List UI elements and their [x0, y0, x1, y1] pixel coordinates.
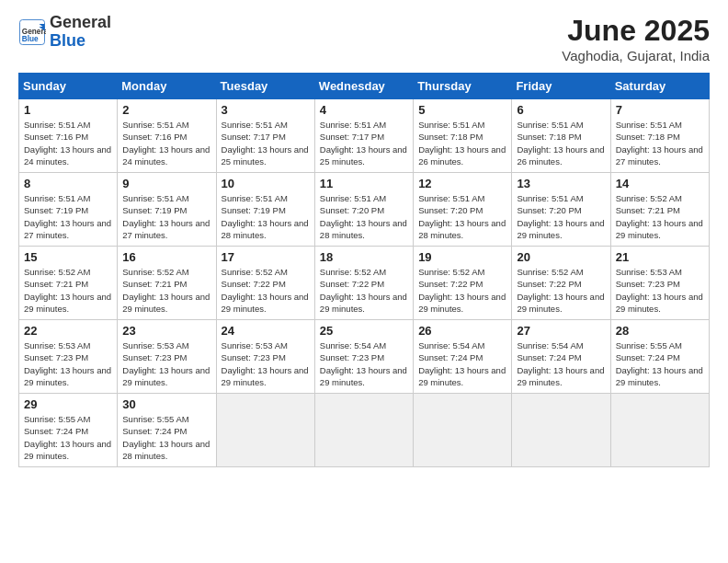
calendar-cell	[314, 394, 413, 467]
day-info: Sunrise: 5:51 AM Sunset: 7:17 PM Dayligh…	[222, 119, 310, 167]
header-thursday: Thursday	[414, 74, 512, 99]
day-number: 27	[517, 324, 605, 338]
day-info: Sunrise: 5:52 AM Sunset: 7:21 PM Dayligh…	[616, 192, 704, 241]
day-info: Sunrise: 5:55 AM Sunset: 7:24 PM Dayligh…	[122, 413, 210, 462]
day-info: Sunrise: 5:52 AM Sunset: 7:21 PM Dayligh…	[24, 266, 112, 315]
day-number: 1	[24, 103, 112, 117]
calendar-cell: 30 Sunrise: 5:55 AM Sunset: 7:24 PM Dayl…	[118, 394, 216, 467]
calendar-cell: 1 Sunrise: 5:51 AM Sunset: 7:16 PM Dayli…	[19, 99, 118, 173]
calendar-cell: 7 Sunrise: 5:51 AM Sunset: 7:18 PM Dayli…	[610, 99, 709, 173]
day-number: 24	[222, 324, 310, 338]
header-wednesday: Wednesday	[314, 74, 413, 99]
calendar-cell: 2 Sunrise: 5:51 AM Sunset: 7:16 PM Dayli…	[118, 99, 216, 173]
calendar-header-row: Sunday Monday Tuesday Wednesday Thursday…	[19, 74, 710, 99]
day-info: Sunrise: 5:51 AM Sunset: 7:19 PM Dayligh…	[222, 192, 310, 241]
day-info: Sunrise: 5:52 AM Sunset: 7:22 PM Dayligh…	[320, 266, 408, 315]
day-number: 6	[517, 103, 605, 117]
title-block: June 2025 Vaghodia, Gujarat, India	[562, 14, 710, 63]
calendar-cell: 16 Sunrise: 5:52 AM Sunset: 7:21 PM Dayl…	[118, 247, 216, 320]
page-container: General Blue General Blue June 2025 Vagh…	[0, 0, 728, 477]
day-number: 21	[616, 250, 704, 264]
calendar-row: 15 Sunrise: 5:52 AM Sunset: 7:21 PM Dayl…	[19, 247, 710, 320]
day-info: Sunrise: 5:51 AM Sunset: 7:18 PM Dayligh…	[616, 119, 704, 167]
calendar-cell: 10 Sunrise: 5:51 AM Sunset: 7:19 PM Dayl…	[216, 173, 314, 247]
day-info: Sunrise: 5:51 AM Sunset: 7:18 PM Dayligh…	[418, 119, 506, 167]
logo-icon: General Blue	[18, 18, 46, 46]
calendar-cell: 24 Sunrise: 5:53 AM Sunset: 7:23 PM Dayl…	[216, 320, 314, 394]
day-info: Sunrise: 5:54 AM Sunset: 7:24 PM Dayligh…	[517, 339, 605, 388]
calendar-cell: 25 Sunrise: 5:54 AM Sunset: 7:23 PM Dayl…	[314, 320, 413, 394]
calendar-cell: 15 Sunrise: 5:52 AM Sunset: 7:21 PM Dayl…	[19, 247, 118, 320]
day-info: Sunrise: 5:54 AM Sunset: 7:23 PM Dayligh…	[320, 339, 408, 388]
header-friday: Friday	[512, 74, 610, 99]
day-info: Sunrise: 5:51 AM Sunset: 7:20 PM Dayligh…	[418, 192, 506, 241]
header: General Blue General Blue June 2025 Vagh…	[18, 14, 710, 63]
day-info: Sunrise: 5:55 AM Sunset: 7:24 PM Dayligh…	[616, 339, 704, 388]
day-number: 10	[222, 177, 310, 190]
calendar-cell: 21 Sunrise: 5:53 AM Sunset: 7:23 PM Dayl…	[610, 247, 709, 320]
calendar-cell: 14 Sunrise: 5:52 AM Sunset: 7:21 PM Dayl…	[610, 173, 709, 247]
logo-blue-text: Blue	[50, 32, 111, 51]
day-number: 15	[24, 250, 112, 264]
day-info: Sunrise: 5:51 AM Sunset: 7:18 PM Dayligh…	[517, 119, 605, 167]
calendar-cell: 23 Sunrise: 5:53 AM Sunset: 7:23 PM Dayl…	[118, 320, 216, 394]
calendar-cell: 6 Sunrise: 5:51 AM Sunset: 7:18 PM Dayli…	[512, 99, 610, 173]
header-tuesday: Tuesday	[216, 74, 314, 99]
day-number: 16	[122, 250, 210, 264]
day-info: Sunrise: 5:53 AM Sunset: 7:23 PM Dayligh…	[222, 339, 310, 388]
calendar-cell	[216, 394, 314, 467]
day-info: Sunrise: 5:51 AM Sunset: 7:20 PM Dayligh…	[517, 192, 605, 241]
day-number: 23	[122, 324, 210, 338]
day-number: 25	[320, 324, 408, 338]
day-info: Sunrise: 5:51 AM Sunset: 7:19 PM Dayligh…	[122, 192, 210, 241]
day-number: 3	[222, 103, 310, 117]
header-sunday: Sunday	[19, 74, 118, 99]
calendar-row: 1 Sunrise: 5:51 AM Sunset: 7:16 PM Dayli…	[19, 99, 710, 173]
day-number: 13	[517, 177, 605, 190]
calendar-cell: 19 Sunrise: 5:52 AM Sunset: 7:22 PM Dayl…	[414, 247, 512, 320]
day-info: Sunrise: 5:55 AM Sunset: 7:24 PM Dayligh…	[24, 413, 112, 462]
calendar-cell: 13 Sunrise: 5:51 AM Sunset: 7:20 PM Dayl…	[512, 173, 610, 247]
day-number: 18	[320, 250, 408, 264]
calendar-cell: 12 Sunrise: 5:51 AM Sunset: 7:20 PM Dayl…	[414, 173, 512, 247]
calendar-row: 22 Sunrise: 5:53 AM Sunset: 7:23 PM Dayl…	[19, 320, 710, 394]
calendar-row: 29 Sunrise: 5:55 AM Sunset: 7:24 PM Dayl…	[19, 394, 710, 467]
header-saturday: Saturday	[610, 74, 709, 99]
day-info: Sunrise: 5:53 AM Sunset: 7:23 PM Dayligh…	[122, 339, 210, 388]
calendar-cell: 26 Sunrise: 5:54 AM Sunset: 7:24 PM Dayl…	[414, 320, 512, 394]
day-number: 4	[320, 103, 408, 117]
day-info: Sunrise: 5:53 AM Sunset: 7:23 PM Dayligh…	[24, 339, 112, 388]
calendar-cell	[610, 394, 709, 467]
logo-text: General Blue	[50, 14, 111, 51]
day-info: Sunrise: 5:52 AM Sunset: 7:21 PM Dayligh…	[122, 266, 210, 315]
calendar-cell	[512, 394, 610, 467]
day-number: 8	[24, 177, 112, 190]
day-number: 28	[616, 324, 704, 338]
day-info: Sunrise: 5:51 AM Sunset: 7:16 PM Dayligh…	[24, 119, 112, 167]
calendar-cell: 28 Sunrise: 5:55 AM Sunset: 7:24 PM Dayl…	[610, 320, 709, 394]
calendar-cell: 11 Sunrise: 5:51 AM Sunset: 7:20 PM Dayl…	[314, 173, 413, 247]
day-number: 5	[418, 103, 506, 117]
calendar-table: Sunday Monday Tuesday Wednesday Thursday…	[18, 73, 710, 467]
day-info: Sunrise: 5:54 AM Sunset: 7:24 PM Dayligh…	[418, 339, 506, 388]
day-number: 29	[24, 397, 112, 411]
day-info: Sunrise: 5:52 AM Sunset: 7:22 PM Dayligh…	[418, 266, 506, 315]
day-number: 17	[222, 250, 310, 264]
day-info: Sunrise: 5:52 AM Sunset: 7:22 PM Dayligh…	[517, 266, 605, 315]
day-number: 7	[616, 103, 704, 117]
day-number: 22	[24, 324, 112, 338]
calendar-cell: 9 Sunrise: 5:51 AM Sunset: 7:19 PM Dayli…	[118, 173, 216, 247]
calendar-cell	[414, 394, 512, 467]
day-number: 14	[616, 177, 704, 190]
calendar-cell: 18 Sunrise: 5:52 AM Sunset: 7:22 PM Dayl…	[314, 247, 413, 320]
day-info: Sunrise: 5:51 AM Sunset: 7:16 PM Dayligh…	[122, 119, 210, 167]
calendar-cell: 8 Sunrise: 5:51 AM Sunset: 7:19 PM Dayli…	[19, 173, 118, 247]
calendar-cell: 22 Sunrise: 5:53 AM Sunset: 7:23 PM Dayl…	[19, 320, 118, 394]
svg-text:Blue: Blue	[22, 35, 39, 43]
calendar-cell: 20 Sunrise: 5:52 AM Sunset: 7:22 PM Dayl…	[512, 247, 610, 320]
calendar-cell: 29 Sunrise: 5:55 AM Sunset: 7:24 PM Dayl…	[19, 394, 118, 467]
day-info: Sunrise: 5:53 AM Sunset: 7:23 PM Dayligh…	[616, 266, 704, 315]
day-info: Sunrise: 5:51 AM Sunset: 7:19 PM Dayligh…	[24, 192, 112, 241]
calendar-cell: 5 Sunrise: 5:51 AM Sunset: 7:18 PM Dayli…	[414, 99, 512, 173]
day-number: 30	[122, 397, 210, 411]
